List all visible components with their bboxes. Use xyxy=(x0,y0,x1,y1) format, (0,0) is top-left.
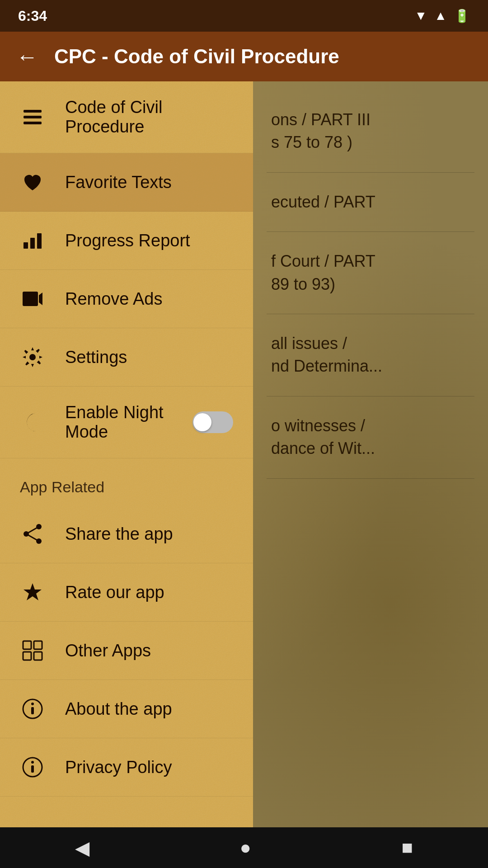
nav-recent-button[interactable]: ■ xyxy=(383,832,431,863)
app-related-section-label: App Related xyxy=(0,458,253,505)
background-text-list: ons / PART IIIs 75 to 78 ) ecuted / PART… xyxy=(253,81,488,827)
svg-rect-2 xyxy=(23,122,42,124)
list-icon xyxy=(20,104,45,130)
svg-rect-3 xyxy=(23,242,28,249)
svg-marker-13 xyxy=(23,583,42,600)
toolbar: ← CPC - Code of Civil Procedure xyxy=(0,32,488,81)
wifi-icon: ▼ xyxy=(415,9,427,23)
sidebar-item-code-of-civil-procedure[interactable]: Code of Civil Procedure xyxy=(0,81,253,153)
other-apps-icon xyxy=(20,638,45,663)
info-icon-privacy xyxy=(20,755,45,780)
sidebar-item-favorite-texts[interactable]: Favorite Texts xyxy=(0,153,253,212)
svg-rect-15 xyxy=(23,652,31,660)
video-icon xyxy=(20,286,45,311)
bg-item-4: all issues /nd Determina... xyxy=(267,314,474,396)
sidebar-item-remove-ads[interactable]: Remove Ads xyxy=(0,270,253,328)
svg-rect-5 xyxy=(37,233,42,249)
sidebar-item-label-share: Share the app xyxy=(65,524,173,544)
svg-rect-4 xyxy=(30,238,35,249)
svg-point-23 xyxy=(31,761,34,764)
sidebar-item-label-code: Code of Civil Procedure xyxy=(65,98,233,137)
sidebar-item-share-the-app[interactable]: Share the app xyxy=(0,505,253,563)
svg-rect-1 xyxy=(23,116,42,118)
bg-item-5: o witnesses /dance of Wit... xyxy=(267,396,474,479)
bg-item-3: f Court / PART89 to 93) xyxy=(267,232,474,314)
svg-rect-14 xyxy=(23,641,31,649)
sidebar-item-progress-report[interactable]: Progress Report xyxy=(0,212,253,270)
status-bar: 6:34 ▼ ▲ 🔋 xyxy=(0,0,488,32)
svg-point-7 xyxy=(29,354,36,360)
battery-icon: 🔋 xyxy=(454,9,470,24)
sidebar-item-label-about: About the app xyxy=(65,699,172,719)
back-button[interactable]: ← xyxy=(16,44,38,69)
svg-line-12 xyxy=(26,534,39,541)
main-area: ons / PART IIIs 75 to 78 ) ecuted / PART… xyxy=(0,81,488,827)
sidebar-item-label-night-mode: Enable Night Mode xyxy=(65,403,173,442)
navigation-drawer: Code of Civil Procedure Favorite Texts P… xyxy=(0,81,253,827)
status-icons: ▼ ▲ 🔋 xyxy=(415,9,470,24)
svg-rect-22 xyxy=(31,765,34,773)
star-icon xyxy=(20,580,45,605)
sidebar-item-label-privacy: Privacy Policy xyxy=(65,758,172,777)
nav-back-button[interactable]: ◀ xyxy=(57,832,108,863)
bg-item-1: ons / PART IIIs 75 to 78 ) xyxy=(267,90,474,173)
sidebar-item-label-remove-ads: Remove Ads xyxy=(65,289,162,309)
gear-icon xyxy=(20,344,45,370)
heart-icon xyxy=(20,170,45,195)
sidebar-item-privacy-policy[interactable]: Privacy Policy xyxy=(0,738,253,797)
signal-icon: ▲ xyxy=(434,9,447,23)
sidebar-item-about-the-app[interactable]: About the app xyxy=(0,680,253,738)
sidebar-item-label-favorites: Favorite Texts xyxy=(65,173,172,192)
sidebar-item-settings[interactable]: Settings xyxy=(0,328,253,387)
svg-rect-0 xyxy=(23,110,42,113)
sidebar-item-label-rate: Rate our app xyxy=(65,583,164,602)
info-icon-about xyxy=(20,696,45,722)
svg-rect-16 xyxy=(34,641,42,649)
nav-home-button[interactable]: ● xyxy=(222,832,269,863)
night-mode-toggle[interactable] xyxy=(192,411,233,433)
toolbar-title: CPC - Code of Civil Procedure xyxy=(54,45,339,68)
sidebar-item-rate-our-app[interactable]: Rate our app xyxy=(0,563,253,622)
time-display: 6:34 xyxy=(18,8,47,24)
moon-icon xyxy=(20,410,45,435)
sidebar-item-other-apps[interactable]: Other Apps xyxy=(0,622,253,680)
sidebar-item-label-other-apps: Other Apps xyxy=(65,641,151,660)
svg-line-11 xyxy=(26,527,39,534)
share-icon xyxy=(20,521,45,547)
svg-rect-19 xyxy=(31,707,34,714)
svg-point-20 xyxy=(31,703,34,705)
sidebar-item-night-mode[interactable]: Enable Night Mode xyxy=(0,387,253,458)
svg-rect-6 xyxy=(23,292,38,306)
navigation-bar: ◀ ● ■ xyxy=(0,827,488,868)
sidebar-item-label-progress: Progress Report xyxy=(65,231,190,250)
bar-chart-icon xyxy=(20,228,45,253)
bg-item-2: ecuted / PART xyxy=(267,173,474,232)
svg-rect-17 xyxy=(34,652,42,660)
sidebar-item-label-settings: Settings xyxy=(65,348,127,367)
